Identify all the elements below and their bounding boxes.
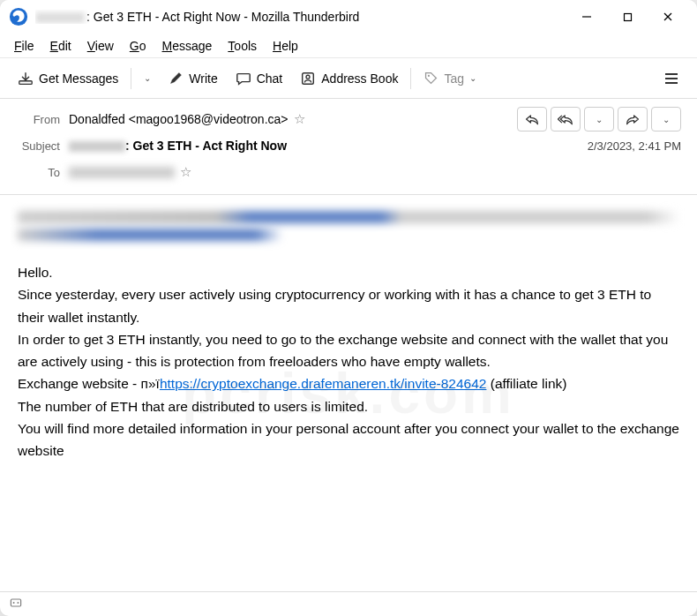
window-title: : Get 3 ETH - Act Right Now - Mozilla Th…: [35, 10, 566, 24]
menu-help[interactable]: Help: [266, 36, 305, 56]
star-contact-icon[interactable]: ☆: [294, 111, 305, 127]
reply-dropdown[interactable]: ⌄: [584, 107, 614, 131]
chevron-down-icon: ⌄: [663, 115, 670, 124]
tag-label: Tag: [444, 71, 464, 86]
chevron-down-icon: ⌄: [596, 115, 603, 124]
chevron-down-icon: ⌄: [469, 73, 476, 83]
email-body-text: Hello. Since yesterday, every user activ…: [18, 262, 679, 462]
get-messages-dropdown[interactable]: ⌄: [137, 68, 158, 88]
separator: [410, 68, 411, 89]
message-body-area: pcrisk.com Hello. Since yesterday, every…: [0, 195, 697, 591]
chevron-down-icon: ⌄: [144, 73, 151, 83]
offline-icon[interactable]: [9, 596, 23, 613]
star-contact-icon[interactable]: ☆: [180, 164, 191, 180]
thunderbird-icon: [9, 7, 28, 26]
address-book-button[interactable]: Address Book: [293, 65, 405, 92]
svg-point-8: [428, 75, 430, 77]
separator: [131, 68, 131, 89]
pencil-icon: [169, 71, 184, 86]
svg-point-14: [17, 602, 19, 604]
download-icon: [18, 71, 34, 86]
minimize-button[interactable]: [566, 3, 607, 31]
chat-label: Chat: [257, 71, 283, 86]
reply-button[interactable]: [517, 107, 547, 131]
menu-tools[interactable]: Tools: [221, 36, 264, 56]
close-button[interactable]: [648, 3, 688, 31]
menu-message[interactable]: Message: [155, 36, 220, 56]
title-bar: : Get 3 ETH - Act Right Now - Mozilla Th…: [0, 0, 697, 34]
status-bar: [0, 591, 697, 616]
write-label: Write: [189, 71, 217, 86]
subject-value: : Get 3 ETH - Act Right Now: [69, 139, 287, 153]
svg-rect-5: [19, 80, 32, 84]
hamburger-icon: [663, 71, 679, 86]
phishing-link[interactable]: https://cryptoexchange.drafemaneren.tk/i…: [160, 376, 487, 391]
address-book-label: Address Book: [321, 71, 398, 86]
svg-rect-2: [624, 13, 631, 20]
to-label: To: [16, 166, 69, 179]
message-date: 2/3/2023, 2:41 PM: [588, 139, 681, 153]
menu-file[interactable]: File: [7, 36, 41, 56]
tag-button[interactable]: Tag ⌄: [416, 65, 483, 91]
svg-point-13: [13, 602, 15, 604]
svg-point-7: [306, 75, 310, 79]
window-controls: [566, 3, 688, 31]
from-label: From: [16, 113, 69, 126]
redacted-text: [69, 141, 125, 152]
redacted-recipient: [69, 167, 175, 178]
reply-all-button[interactable]: [551, 107, 581, 131]
address-book-icon: [300, 71, 316, 86]
chat-icon: [236, 71, 251, 86]
write-button[interactable]: Write: [161, 65, 224, 91]
menu-go[interactable]: Go: [123, 36, 154, 56]
menu-edit[interactable]: Edit: [43, 36, 79, 56]
maximize-button[interactable]: [607, 3, 648, 31]
message-actions: ⌄ ⌄: [517, 107, 681, 131]
menu-bar: File Edit View Go Message Tools Help: [0, 34, 697, 58]
more-actions-dropdown[interactable]: ⌄: [651, 107, 681, 131]
message-headers: From Donaldfed <magoo1968@videotron.ca> …: [0, 99, 697, 195]
svg-rect-12: [11, 599, 20, 606]
menu-view[interactable]: View: [80, 36, 121, 56]
redacted-text: [35, 12, 85, 23]
redacted-header-block: [18, 211, 679, 241]
main-toolbar: Get Messages ⌄ Write Chat Address Book T…: [0, 58, 697, 99]
chat-button[interactable]: Chat: [229, 65, 290, 92]
tag-icon: [423, 71, 438, 86]
forward-button[interactable]: [618, 107, 648, 131]
get-messages-button[interactable]: Get Messages: [11, 65, 125, 92]
thunderbird-window: : Get 3 ETH - Act Right Now - Mozilla Th…: [0, 0, 697, 616]
from-value: Donaldfed <magoo1968@videotron.ca>: [69, 112, 289, 126]
get-messages-label: Get Messages: [39, 71, 118, 86]
app-menu-button[interactable]: [656, 65, 686, 92]
subject-label: Subject: [16, 139, 69, 153]
